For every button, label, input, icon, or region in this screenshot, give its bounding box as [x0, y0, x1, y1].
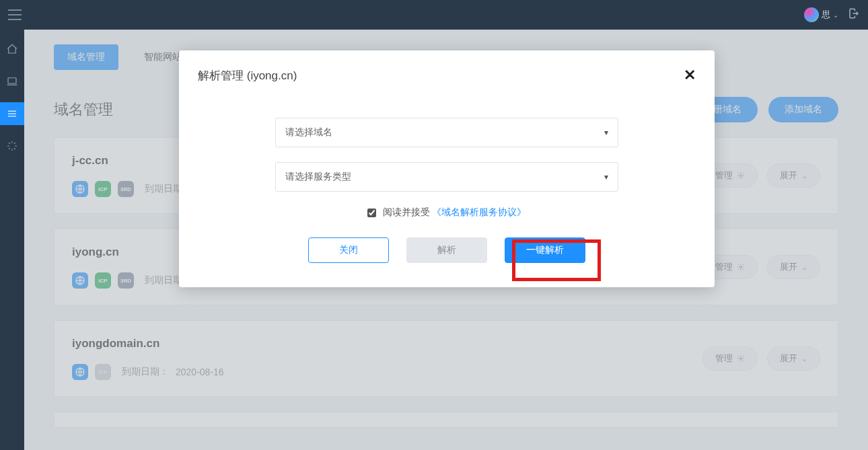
resolve-modal: 解析管理 (iyong.cn) ✕ 请选择域名 请选择服务类型 阅读并接受 《域…	[179, 50, 715, 287]
nav-laptop[interactable]	[0, 70, 24, 93]
agree-row: 阅读并接受 《域名解析服务协议》	[198, 207, 696, 219]
agreement-link[interactable]: 《域名解析服务协议》	[432, 207, 526, 217]
user-menu[interactable]: 思 ⌄	[804, 7, 838, 22]
agree-text: 阅读并接受	[383, 207, 430, 217]
nav-home[interactable]	[0, 38, 24, 61]
avatar	[804, 7, 819, 22]
topbar-right: 思 ⌄	[804, 7, 860, 22]
modal-buttons: 关闭 解析 一键解析	[198, 237, 696, 263]
loading-icon	[0, 135, 24, 157]
topbar: 思 ⌄	[0, 0, 868, 30]
modal-title: 解析管理 (iyong.cn)	[198, 68, 297, 83]
close-icon[interactable]: ✕	[684, 67, 696, 84]
svg-rect-0	[8, 78, 16, 83]
resolve-button[interactable]: 解析	[406, 237, 487, 263]
logout-icon[interactable]	[848, 7, 860, 22]
nav-domains[interactable]	[0, 102, 24, 125]
select-domain[interactable]: 请选择域名	[275, 118, 618, 147]
left-rail	[0, 30, 24, 450]
oneclick-resolve-button[interactable]: 一键解析	[505, 237, 585, 263]
close-button[interactable]: 关闭	[308, 237, 389, 263]
menu-toggle-icon[interactable]	[8, 9, 22, 20]
agree-checkbox[interactable]	[367, 209, 376, 217]
username-label: 思	[822, 9, 830, 21]
select-service-type[interactable]: 请选择服务类型	[275, 162, 618, 192]
chevron-down-icon: ⌄	[833, 11, 838, 19]
